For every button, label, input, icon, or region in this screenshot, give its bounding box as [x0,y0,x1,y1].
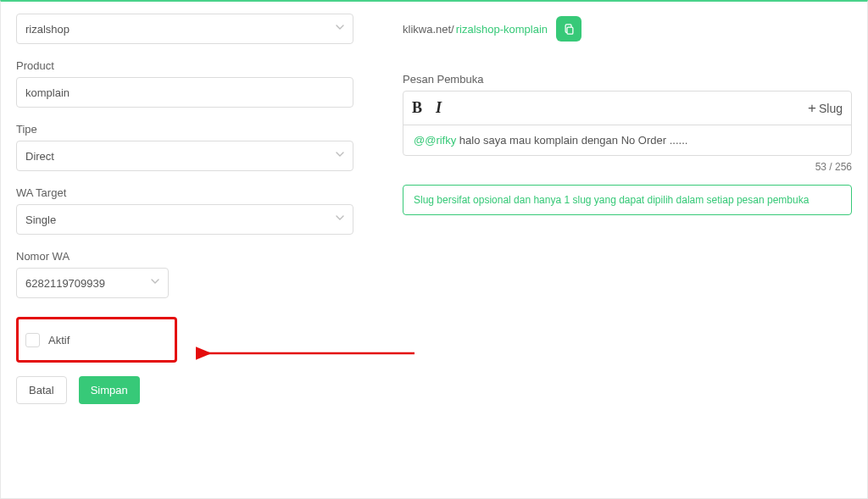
editor-body[interactable]: @@rifky halo saya mau komplain dengan No… [403,125,851,155]
slug-hint: Slug bersifat opsional dan hanya 1 slug … [403,185,852,215]
save-button-label: Simpan [91,384,128,396]
nomor-wa-select[interactable]: 6282119709939 [16,268,169,298]
shop-select[interactable]: rizalshop [16,14,353,44]
editor-label: Pesan Pembuka [403,73,852,86]
nomor-wa-label: Nomor WA [16,250,355,263]
svg-rect-0 [567,27,573,34]
add-slug-button[interactable]: + Slug [808,101,843,115]
cancel-button-label: Batal [29,384,54,396]
chevron-down-icon [336,152,344,160]
product-label: Product [16,59,355,72]
aktif-checkbox[interactable] [25,333,40,347]
editor-mention: @@rifky [414,134,456,147]
tipe-label: Tipe [16,123,355,136]
chevron-down-icon [151,279,159,287]
copy-url-button[interactable] [556,16,581,42]
tipe-select[interactable]: Direct [16,141,353,171]
save-button[interactable]: Simpan [79,376,140,404]
char-counter: 53 / 256 [403,161,852,173]
bold-button[interactable]: B [412,99,422,117]
copy-icon [563,23,576,36]
message-editor: B I + Slug @@rifky halo saya mau komplai… [403,91,852,156]
chevron-down-icon [336,25,344,33]
aktif-checkbox-label: Aktif [48,334,70,347]
wa-target-select[interactable]: Single [16,204,353,235]
cancel-button[interactable]: Batal [16,376,67,404]
editor-text: halo saya mau komplain dengan No Order .… [456,134,687,147]
add-slug-button-label: Slug [819,102,843,115]
nomor-wa-select-value: 6282119709939 [25,277,105,290]
wa-target-label: WA Target [16,186,355,199]
chevron-down-icon [336,215,344,224]
editor-toolbar: B I + Slug [403,91,851,125]
url-slug: rizalshop-komplain [456,23,548,36]
product-input[interactable]: komplain [16,77,353,108]
wa-target-select-value: Single [25,213,56,226]
url-domain: klikwa.net/ [403,23,454,36]
aktif-highlight-box: Aktif [16,317,177,363]
plus-icon: + [808,101,816,115]
tipe-select-value: Direct [25,150,54,163]
shop-select-value: rizalshop [25,23,70,36]
product-input-value: komplain [25,86,70,99]
italic-button[interactable]: I [436,99,442,117]
